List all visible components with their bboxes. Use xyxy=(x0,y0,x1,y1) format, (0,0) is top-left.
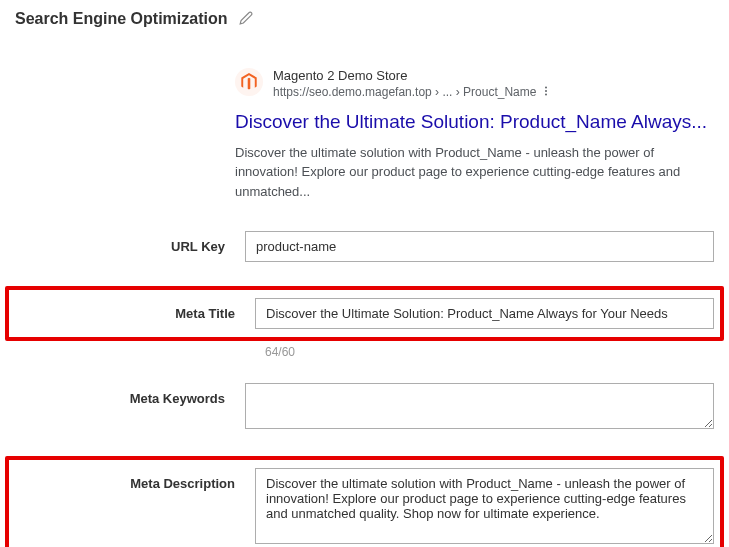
seo-preview: Magento 2 Demo Store https://seo.demo.ma… xyxy=(235,68,714,201)
meta-title-row: Meta Title xyxy=(5,286,724,341)
url-key-label: URL Key xyxy=(15,231,245,254)
meta-description-label: Meta Description xyxy=(15,468,255,491)
meta-title-label: Meta Title xyxy=(15,298,255,321)
preview-description: Discover the ultimate solution with Prod… xyxy=(235,143,714,202)
meta-description-input[interactable]: Discover the ultimate solution with Prod… xyxy=(255,468,714,544)
svg-point-0 xyxy=(545,86,547,88)
meta-keywords-label: Meta Keywords xyxy=(15,383,245,406)
section-title: Search Engine Optimization xyxy=(15,10,227,28)
url-key-input[interactable] xyxy=(245,231,714,262)
meta-title-counter: 64/60 xyxy=(265,345,714,359)
edit-icon[interactable] xyxy=(239,11,253,28)
more-dots-icon[interactable] xyxy=(540,85,552,100)
preview-header: Magento 2 Demo Store https://seo.demo.ma… xyxy=(235,68,714,100)
preview-store-name: Magento 2 Demo Store xyxy=(273,68,552,85)
meta-keywords-input[interactable] xyxy=(245,383,714,429)
meta-description-row: Meta Description Discover the ultimate s… xyxy=(5,456,724,547)
preview-url: https://seo.demo.magefan.top › ... › Pro… xyxy=(273,85,552,100)
meta-title-input[interactable] xyxy=(255,298,714,329)
magento-icon xyxy=(235,68,263,96)
svg-point-2 xyxy=(545,93,547,95)
svg-point-1 xyxy=(545,90,547,92)
url-key-row: URL Key xyxy=(15,231,714,262)
section-header: Search Engine Optimization xyxy=(15,10,714,28)
preview-url-text: https://seo.demo.magefan.top › ... › Pro… xyxy=(273,85,536,99)
preview-title: Discover the Ultimate Solution: Product_… xyxy=(235,110,714,135)
meta-keywords-row: Meta Keywords xyxy=(15,383,714,432)
